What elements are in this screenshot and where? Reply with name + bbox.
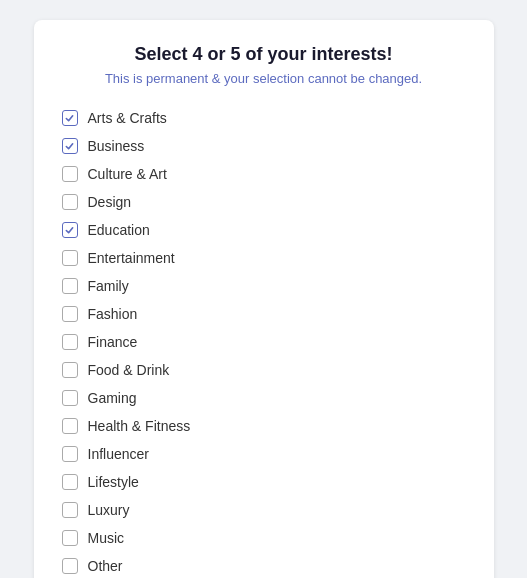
interest-label-entertainment: Entertainment: [88, 250, 175, 266]
checkbox-gaming[interactable]: [62, 390, 78, 406]
checkbox-lifestyle[interactable]: [62, 474, 78, 490]
checkbox-music[interactable]: [62, 530, 78, 546]
interest-label-fashion: Fashion: [88, 306, 138, 322]
checkbox-influencer[interactable]: [62, 446, 78, 462]
interest-label-finance: Finance: [88, 334, 138, 350]
interest-label-food-drink: Food & Drink: [88, 362, 170, 378]
interests-list: Arts & CraftsBusinessCulture & ArtDesign…: [54, 104, 474, 578]
list-item[interactable]: Design: [54, 188, 474, 216]
interest-label-family: Family: [88, 278, 129, 294]
checkbox-finance[interactable]: [62, 334, 78, 350]
checkbox-arts-crafts[interactable]: [62, 110, 78, 126]
interest-label-education: Education: [88, 222, 150, 238]
main-container: Select 4 or 5 of your interests! This is…: [34, 20, 494, 578]
list-item[interactable]: Health & Fitness: [54, 412, 474, 440]
interest-label-business: Business: [88, 138, 145, 154]
list-item[interactable]: Arts & Crafts: [54, 104, 474, 132]
checkbox-education[interactable]: [62, 222, 78, 238]
checkbox-culture-art[interactable]: [62, 166, 78, 182]
list-item[interactable]: Business: [54, 132, 474, 160]
checkbox-business[interactable]: [62, 138, 78, 154]
checkbox-entertainment[interactable]: [62, 250, 78, 266]
interest-label-other: Other: [88, 558, 123, 574]
list-item[interactable]: Luxury: [54, 496, 474, 524]
list-item[interactable]: Entertainment: [54, 244, 474, 272]
interest-label-gaming: Gaming: [88, 390, 137, 406]
list-item[interactable]: Music: [54, 524, 474, 552]
list-item[interactable]: Influencer: [54, 440, 474, 468]
page-subtitle: This is permanent & your selection canno…: [54, 71, 474, 86]
interest-label-luxury: Luxury: [88, 502, 130, 518]
interest-label-design: Design: [88, 194, 132, 210]
checkbox-health-fitness[interactable]: [62, 418, 78, 434]
list-item[interactable]: Family: [54, 272, 474, 300]
checkbox-luxury[interactable]: [62, 502, 78, 518]
list-item[interactable]: Finance: [54, 328, 474, 356]
checkbox-design[interactable]: [62, 194, 78, 210]
interest-label-arts-crafts: Arts & Crafts: [88, 110, 167, 126]
list-item[interactable]: Food & Drink: [54, 356, 474, 384]
interest-label-health-fitness: Health & Fitness: [88, 418, 191, 434]
interest-label-influencer: Influencer: [88, 446, 149, 462]
page-title: Select 4 or 5 of your interests!: [54, 44, 474, 65]
list-item[interactable]: Other: [54, 552, 474, 578]
interest-label-lifestyle: Lifestyle: [88, 474, 139, 490]
list-item[interactable]: Gaming: [54, 384, 474, 412]
checkbox-food-drink[interactable]: [62, 362, 78, 378]
list-item[interactable]: Fashion: [54, 300, 474, 328]
list-item[interactable]: Education: [54, 216, 474, 244]
list-item[interactable]: Culture & Art: [54, 160, 474, 188]
checkbox-fashion[interactable]: [62, 306, 78, 322]
checkbox-other[interactable]: [62, 558, 78, 574]
interest-label-music: Music: [88, 530, 125, 546]
list-item[interactable]: Lifestyle: [54, 468, 474, 496]
interest-label-culture-art: Culture & Art: [88, 166, 167, 182]
checkbox-family[interactable]: [62, 278, 78, 294]
